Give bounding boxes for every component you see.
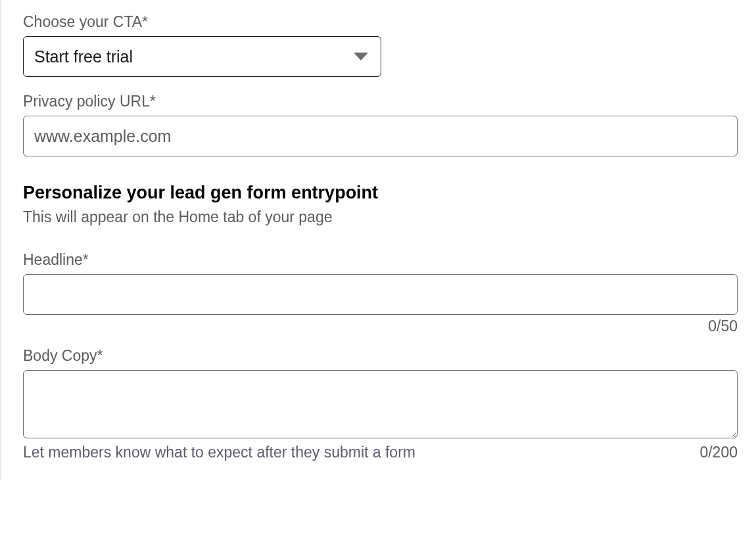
body-copy-label: Body Copy* [23,347,738,365]
headline-counter: 0/50 [708,317,738,335]
privacy-url-input[interactable] [23,116,738,156]
section-title: Personalize your lead gen form entrypoin… [23,183,738,203]
headline-field: Headline* 0/50 [23,251,738,335]
privacy-url-field: Privacy policy URL* [23,93,738,156]
body-copy-textarea[interactable] [23,370,738,438]
body-copy-counter: 0/200 [699,444,738,461]
headline-label: Headline* [23,251,738,269]
body-copy-footer: Let members know what to expect after th… [23,444,738,461]
body-copy-field: Body Copy* Let members know what to expe… [23,347,738,461]
cta-label: Choose your CTA* [23,13,738,31]
cta-select-value: Start free trial [34,47,133,66]
cta-select-wrap: Start free trial [23,36,381,77]
cta-field: Choose your CTA* Start free trial [23,13,738,77]
headline-counter-row: 0/50 [23,317,738,335]
headline-input[interactable] [23,274,738,315]
body-copy-helper: Let members know what to expect after th… [23,444,415,461]
section-subtitle: This will appear on the Home tab of your… [23,208,738,226]
privacy-url-label: Privacy policy URL* [23,93,738,110]
cta-select[interactable]: Start free trial [23,36,381,77]
